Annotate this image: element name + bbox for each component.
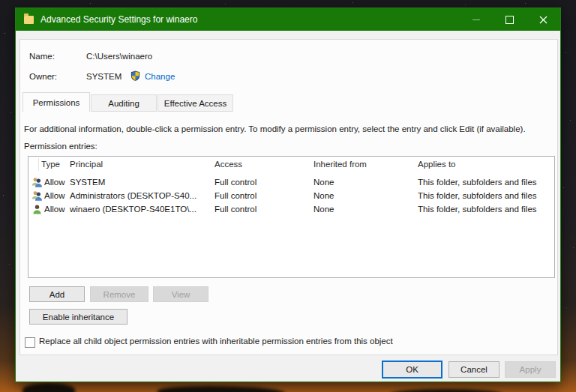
enable-inheritance-button[interactable]: Enable inheritance bbox=[29, 309, 128, 325]
column-header-access[interactable]: Access bbox=[214, 160, 242, 169]
user-icon bbox=[32, 204, 43, 215]
tab-permissions[interactable]: Permissions bbox=[22, 92, 90, 112]
cell-inherited-from: None bbox=[314, 191, 334, 200]
table-row[interactable]: Allow SYSTEM Full control None This fold… bbox=[28, 176, 554, 190]
cell-inherited-from: None bbox=[314, 205, 334, 214]
folder-icon bbox=[24, 16, 34, 24]
maximize-button[interactable] bbox=[493, 8, 526, 31]
cell-principal: winaero (DESKTOP-S40E1TO\... bbox=[70, 205, 196, 214]
cell-access: Full control bbox=[214, 178, 256, 187]
column-header-inherited-from[interactable]: Inherited from bbox=[314, 160, 367, 169]
cell-inherited-from: None bbox=[314, 178, 334, 187]
tab-effective-access[interactable]: Effective Access bbox=[158, 94, 233, 112]
owner-label: Owner: bbox=[29, 72, 57, 81]
tab-auditing[interactable]: Auditing bbox=[91, 94, 157, 112]
tree-silhouette bbox=[390, 389, 502, 392]
cell-applies-to: This folder, subfolders and files bbox=[418, 178, 537, 187]
permission-entries-label: Permission entries: bbox=[24, 142, 98, 151]
column-header-type[interactable]: Type bbox=[41, 160, 60, 169]
advanced-security-settings-dialog: Advanced Security Settings for winaero N… bbox=[15, 7, 561, 382]
cell-access: Full control bbox=[214, 205, 256, 214]
permission-entries-table[interactable]: Type Principal Access Inherited from App… bbox=[28, 156, 555, 278]
cancel-button[interactable]: Cancel bbox=[448, 361, 500, 378]
ok-button[interactable]: OK bbox=[382, 361, 442, 379]
cell-principal: Administrators (DESKTOP-S40... bbox=[70, 191, 196, 200]
description-text: For additional information, double-click… bbox=[24, 124, 554, 133]
close-icon bbox=[539, 16, 548, 24]
view-button[interactable]: View bbox=[153, 286, 208, 302]
tree-silhouette bbox=[22, 383, 75, 392]
starfield-background bbox=[0, 0, 1, 1]
table-row[interactable]: Allow Administrators (DESKTOP-S40... Ful… bbox=[28, 190, 554, 203]
close-button[interactable] bbox=[526, 8, 560, 31]
tree-silhouette bbox=[158, 386, 285, 392]
remove-button[interactable]: Remove bbox=[90, 286, 148, 302]
column-header-principal[interactable]: Principal bbox=[70, 160, 103, 169]
change-owner-link[interactable]: Change bbox=[145, 72, 175, 81]
name-value: C:\Users\winaero bbox=[86, 52, 152, 61]
cell-type: Allow bbox=[44, 205, 64, 214]
cell-type: Allow bbox=[44, 191, 64, 200]
replace-child-permissions-checkbox[interactable] bbox=[25, 337, 35, 348]
cell-applies-to: This folder, subfolders and files bbox=[418, 205, 537, 214]
cell-access: Full control bbox=[214, 191, 256, 200]
cell-type: Allow bbox=[44, 178, 64, 187]
minimize-button[interactable] bbox=[459, 8, 493, 31]
users-icon bbox=[32, 190, 43, 202]
minimize-icon bbox=[472, 19, 480, 20]
owner-value: SYSTEM bbox=[86, 72, 122, 81]
column-header-applies-to[interactable]: Applies to bbox=[418, 160, 456, 169]
table-row[interactable]: Allow winaero (DESKTOP-S40E1TO\... Full … bbox=[28, 203, 554, 217]
maximize-icon bbox=[506, 16, 514, 24]
name-label: Name: bbox=[29, 52, 55, 61]
replace-child-permissions-label: Replace all child object permission entr… bbox=[39, 337, 393, 346]
apply-button[interactable]: Apply bbox=[505, 361, 556, 378]
users-icon bbox=[32, 177, 43, 188]
uac-shield-icon bbox=[130, 70, 140, 81]
cell-applies-to: This folder, subfolders and files bbox=[418, 191, 537, 200]
add-button[interactable]: Add bbox=[29, 286, 85, 302]
window-title: Advanced Security Settings for winaero bbox=[40, 14, 197, 25]
content-panel: Name: C:\Users\winaero Owner: SYSTEM Cha… bbox=[20, 39, 558, 355]
header-separator bbox=[38, 158, 39, 171]
cell-principal: SYSTEM bbox=[70, 178, 105, 187]
